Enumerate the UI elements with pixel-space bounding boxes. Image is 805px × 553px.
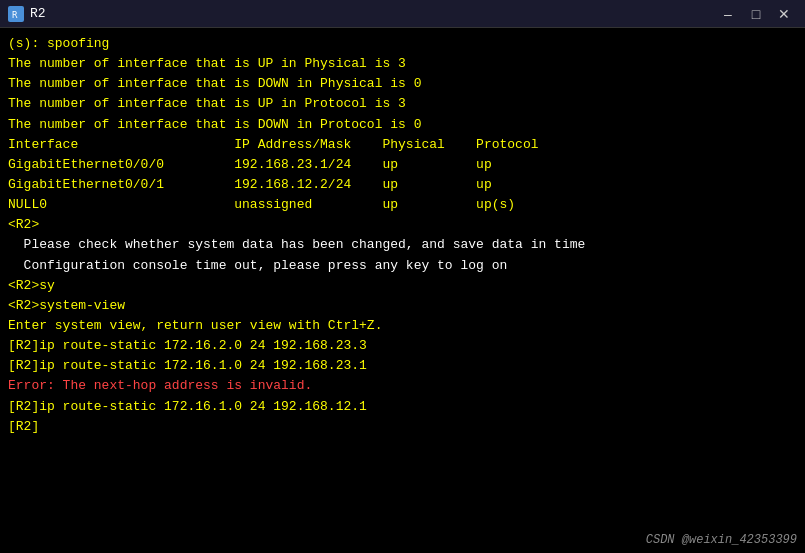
terminal-line: Error: The next-hop address is invalid. (8, 376, 797, 396)
titlebar-left: R R2 (8, 6, 46, 22)
terminal-line: Please check whether system data has bee… (8, 235, 797, 255)
svg-text:R: R (12, 10, 18, 20)
terminal-line: [R2]ip route-static 172.16.1.0 24 192.16… (8, 397, 797, 417)
window-title: R2 (30, 6, 46, 21)
terminal-line: (s): spoofing (8, 34, 797, 54)
terminal-line: Configuration console time out, please p… (8, 256, 797, 276)
terminal-line: [R2] (8, 417, 797, 437)
app-icon: R (8, 6, 24, 22)
minimize-button[interactable]: – (715, 4, 741, 24)
terminal-line: Interface IP Address/Mask Physical Proto… (8, 135, 797, 155)
window-controls: – □ ✕ (715, 4, 797, 24)
terminal-line: GigabitEthernet0/0/1 192.168.12.2/24 up … (8, 175, 797, 195)
terminal-line: The number of interface that is UP in Pr… (8, 94, 797, 114)
terminal-line: NULL0 unassigned up up(s) (8, 195, 797, 215)
terminal-line: Enter system view, return user view with… (8, 316, 797, 336)
terminal-line: <R2>system-view (8, 296, 797, 316)
terminal-line: <R2> (8, 215, 797, 235)
terminal-line: The number of interface that is DOWN in … (8, 74, 797, 94)
close-button[interactable]: ✕ (771, 4, 797, 24)
terminal-area[interactable]: (s): spoofingThe number of interface tha… (0, 28, 805, 553)
terminal-output: (s): spoofingThe number of interface tha… (8, 34, 797, 437)
titlebar: R R2 – □ ✕ (0, 0, 805, 28)
terminal-line: <R2>sy (8, 276, 797, 296)
terminal-line: The number of interface that is DOWN in … (8, 115, 797, 135)
restore-button[interactable]: □ (743, 4, 769, 24)
terminal-line: GigabitEthernet0/0/0 192.168.23.1/24 up … (8, 155, 797, 175)
terminal-line: The number of interface that is UP in Ph… (8, 54, 797, 74)
terminal-line: [R2]ip route-static 172.16.1.0 24 192.16… (8, 356, 797, 376)
watermark: CSDN @weixin_42353399 (646, 533, 797, 547)
terminal-line: [R2]ip route-static 172.16.2.0 24 192.16… (8, 336, 797, 356)
